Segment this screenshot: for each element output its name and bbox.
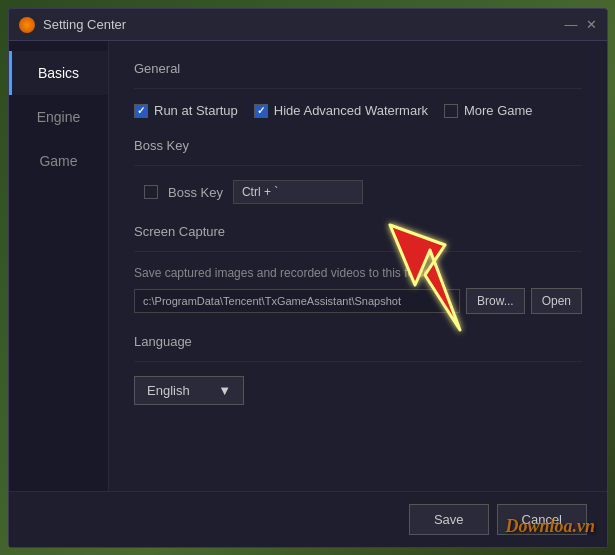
app-icon <box>19 17 35 33</box>
boss-key-title: Boss Key <box>134 138 582 153</box>
language-selected-value: English <box>147 383 190 398</box>
chevron-down-icon: ▼ <box>218 383 231 398</box>
capture-path-input[interactable] <box>134 289 460 313</box>
boss-key-input[interactable] <box>233 180 363 204</box>
run-at-startup-label: Run at Startup <box>154 103 238 118</box>
minimize-button[interactable]: — <box>565 19 577 31</box>
general-divider <box>134 88 582 89</box>
window-controls: — ✕ <box>565 19 597 31</box>
language-title: Language <box>134 334 582 349</box>
sidebar: Basics Engine Game <box>9 41 109 491</box>
open-button[interactable]: Open <box>531 288 582 314</box>
more-game-label: More Game <box>464 103 533 118</box>
window-title: Setting Center <box>43 17 565 32</box>
hide-watermark-checkbox[interactable] <box>254 104 268 118</box>
general-options-row: Run at Startup Hide Advanced Watermark M… <box>134 103 582 118</box>
close-button[interactable]: ✕ <box>585 19 597 31</box>
setting-center-window: Setting Center — ✕ Basics Engine Game Ge… <box>8 8 608 548</box>
main-panel: General Run at Startup Hide Advanced Wat… <box>109 41 607 491</box>
boss-key-section: Boss Key Boss Key <box>134 138 582 204</box>
boss-key-divider <box>134 165 582 166</box>
run-at-startup-checkbox[interactable] <box>134 104 148 118</box>
sidebar-item-basics[interactable]: Basics <box>9 51 108 95</box>
boss-key-checkbox[interactable] <box>144 185 158 199</box>
boss-key-label: Boss Key <box>168 185 223 200</box>
language-divider <box>134 361 582 362</box>
more-game-checkbox[interactable] <box>444 104 458 118</box>
more-game-item[interactable]: More Game <box>444 103 533 118</box>
screen-capture-divider <box>134 251 582 252</box>
sidebar-item-game[interactable]: Game <box>9 139 108 183</box>
screen-capture-section: Screen Capture Save captured images and … <box>134 224 582 314</box>
screen-capture-title: Screen Capture <box>134 224 582 239</box>
watermark: Downloa.vn <box>505 516 595 537</box>
capture-description: Save captured images and recorded videos… <box>134 266 582 280</box>
language-dropdown[interactable]: English ▼ <box>134 376 244 405</box>
sidebar-item-engine[interactable]: Engine <box>9 95 108 139</box>
title-bar: Setting Center — ✕ <box>9 9 607 41</box>
run-at-startup-item[interactable]: Run at Startup <box>134 103 238 118</box>
save-button[interactable]: Save <box>409 504 489 535</box>
general-section: General Run at Startup Hide Advanced Wat… <box>134 61 582 118</box>
content-area: Basics Engine Game General Run at Startu… <box>9 41 607 491</box>
boss-key-row: Boss Key <box>144 180 582 204</box>
hide-watermark-item[interactable]: Hide Advanced Watermark <box>254 103 428 118</box>
general-title: General <box>134 61 582 76</box>
language-section: Language English ▼ <box>134 334 582 405</box>
browse-button[interactable]: Brow... <box>466 288 525 314</box>
hide-watermark-label: Hide Advanced Watermark <box>274 103 428 118</box>
capture-path-row: Brow... Open <box>134 288 582 314</box>
